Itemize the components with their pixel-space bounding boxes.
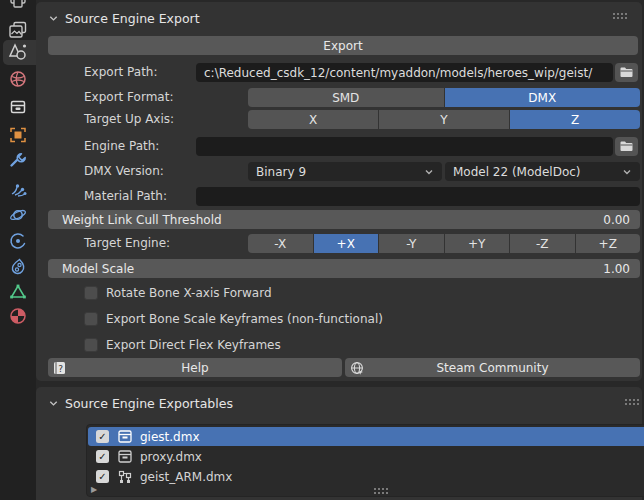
folder-icon	[620, 141, 633, 152]
material-path-label: Material Path:	[84, 187, 167, 206]
material-path-input[interactable]	[196, 187, 640, 206]
help-book-icon: ?	[52, 360, 67, 375]
weight-link-cull-threshold-slider[interactable]: Weight Link Cull Threshold 0.00	[48, 210, 640, 229]
format-option-smd[interactable]: SMD	[248, 88, 444, 107]
export-format-label: Export Format:	[84, 88, 173, 107]
properties-tab-bar	[0, 0, 36, 500]
axis-option-neg-z[interactable]: -Z	[510, 234, 575, 253]
exportables-list: ✓ giest.dmx ✓ proxy.dmx ✓ geist	[86, 424, 644, 497]
dmx-binary-version-dropdown[interactable]: Binary 9	[248, 162, 442, 181]
dmx-version-label: DMX Version:	[84, 162, 164, 181]
list-resize-grip[interactable]	[373, 487, 388, 494]
engine-path-input[interactable]	[196, 137, 613, 156]
chevron-down-icon	[48, 13, 59, 24]
up-axis-option-y[interactable]: Y	[379, 110, 509, 129]
axis-option-pos-y[interactable]: +Y	[445, 234, 510, 253]
axis-option-pos-z[interactable]: +Z	[576, 234, 641, 253]
source-engine-export-panel: Source Engine Export Export Export Path:…	[36, 2, 642, 381]
checkbox[interactable]	[84, 286, 98, 300]
list-item-giest-dmx[interactable]: ✓ giest.dmx	[88, 427, 644, 446]
object-tab-icon[interactable]	[8, 125, 28, 145]
check-icon: ✓	[98, 472, 106, 482]
particles-tab-icon[interactable]	[8, 178, 28, 198]
check-icon: ✓	[98, 452, 106, 462]
chevron-down-icon	[622, 167, 632, 177]
mesh-group-icon	[117, 449, 132, 464]
dmx-model-version-dropdown[interactable]: Model 22 (ModelDoc)	[445, 162, 640, 181]
export-direct-flex-keyframes-checkbox-row[interactable]: Export Direct Flex Keyframes	[84, 336, 281, 354]
scene-tab-icon[interactable]	[8, 42, 28, 62]
mesh-group-icon	[117, 429, 132, 444]
source-engine-exportables-panel: Source Engine Exportables ✓ giest.dmx ✓ …	[36, 387, 642, 500]
panel-title: Source Engine Exportables	[65, 396, 233, 411]
export-bone-scale-keyframes-checkbox-row[interactable]: Export Bone Scale Keyframes (non-functio…	[84, 310, 383, 328]
panel-drag-grip[interactable]	[624, 398, 639, 405]
physics-tab-icon[interactable]	[8, 205, 28, 225]
material-tab-icon[interactable]	[8, 306, 28, 326]
help-button[interactable]: ? Help	[48, 358, 342, 377]
engine-path-label: Engine Path:	[84, 137, 159, 156]
target-engine-segmented: -X +X -Y +Y -Z +Z	[248, 234, 640, 253]
target-up-axis-segmented: X Y Z	[248, 110, 640, 129]
up-axis-option-x[interactable]: X	[248, 110, 378, 129]
checkbox[interactable]	[84, 338, 98, 352]
panel-header-exportables[interactable]: Source Engine Exportables	[48, 393, 233, 413]
export-format-segmented: SMD DMX	[248, 88, 640, 107]
steam-community-button[interactable]: Steam Community	[345, 358, 640, 377]
globe-url-icon	[349, 360, 364, 375]
chevron-down-icon	[424, 167, 434, 177]
list-item-proxy-dmx[interactable]: ✓ proxy.dmx	[88, 447, 644, 466]
engine-path-browse-button[interactable]	[615, 137, 638, 156]
list-item-geist-arm-dmx[interactable]: ✓ geist_ARM.dmx	[88, 467, 644, 486]
armature-icon	[117, 469, 132, 484]
up-axis-option-z[interactable]: Z	[510, 110, 640, 129]
checkbox-checked[interactable]: ✓	[96, 450, 109, 463]
target-up-axis-label: Target Up Axis:	[84, 110, 174, 129]
panel-header-export[interactable]: Source Engine Export	[48, 8, 200, 28]
panel-title: Source Engine Export	[65, 11, 200, 26]
target-engine-label: Target Engine:	[84, 234, 170, 253]
export-path-label: Export Path:	[84, 63, 158, 82]
check-icon: ✓	[98, 432, 106, 442]
format-option-dmx[interactable]: DMX	[445, 88, 641, 107]
constraints-tab-icon[interactable]	[8, 231, 28, 251]
export-path-input[interactable]	[196, 63, 613, 82]
object-data-tab-icon[interactable]	[8, 282, 28, 302]
list-filter-toggle-icon[interactable]: ▶	[91, 485, 97, 495]
svg-text:?: ?	[58, 363, 63, 373]
chevron-down-icon	[48, 398, 59, 409]
axis-option-neg-x[interactable]: -X	[248, 234, 313, 253]
modifiers-tab-icon[interactable]	[8, 151, 28, 171]
export-path-browse-button[interactable]	[615, 63, 638, 82]
collection-tab-icon[interactable]	[8, 97, 28, 117]
folder-icon	[620, 67, 633, 78]
model-scale-slider[interactable]: Model Scale 1.00	[48, 259, 640, 278]
blender-properties-editor: Source Engine Export Export Export Path:…	[0, 0, 644, 500]
output-tab-icon[interactable]	[8, 0, 28, 11]
checkbox-checked[interactable]: ✓	[96, 430, 109, 443]
checkbox-checked[interactable]: ✓	[96, 470, 109, 483]
model-scale-value: 1.00	[603, 262, 630, 276]
rotate-bone-x-axis-checkbox-row[interactable]: Rotate Bone X-axis Forward	[84, 284, 272, 302]
axis-option-neg-y[interactable]: -Y	[379, 234, 444, 253]
world-tab-icon[interactable]	[8, 69, 28, 89]
panel-drag-grip[interactable]	[612, 12, 627, 19]
checkbox[interactable]	[84, 312, 98, 326]
effects-tab-icon[interactable]	[8, 257, 28, 277]
view-layer-tab-icon[interactable]	[8, 20, 28, 40]
weight-link-value: 0.00	[603, 213, 630, 227]
export-button[interactable]: Export	[48, 36, 638, 55]
axis-option-pos-x[interactable]: +X	[314, 234, 379, 253]
